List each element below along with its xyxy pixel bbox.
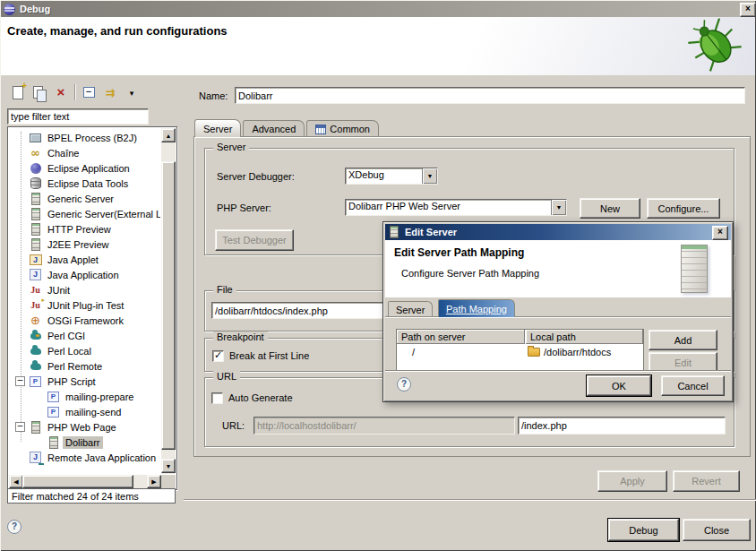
datatools-icon: [29, 177, 42, 190]
scroll-left-icon[interactable]: ◀: [9, 475, 23, 488]
tree-item-label: OSGi Framework: [45, 314, 126, 327]
tree-item-eclipse-application[interactable]: Eclipse Application: [9, 160, 160, 176]
server-icon: [29, 193, 42, 205]
delete-configuration-button[interactable]: [53, 84, 69, 100]
cell-local-path[interactable]: /dolibarr/htdocs: [526, 345, 643, 359]
tree-item-http-preview[interactable]: HTTP Preview: [9, 221, 160, 237]
tree-item-label: PHP Web Page: [45, 421, 119, 434]
cell-path-on-server[interactable]: /: [397, 345, 525, 359]
server-group-title: Server: [213, 142, 249, 152]
dialog-help-button[interactable]: ?: [397, 377, 411, 392]
expander-icon[interactable]: −: [15, 376, 25, 386]
tree-item-java-applet[interactable]: Java Applet: [9, 252, 160, 267]
server-icon: [29, 238, 42, 251]
filter-status: Filter matched 24 of 24 items: [7, 488, 176, 504]
perl-icon: [29, 345, 42, 357]
revert-button[interactable]: Revert: [673, 470, 740, 492]
dialog-tab-server[interactable]: Server: [388, 301, 433, 317]
vertical-scroll-thumb[interactable]: [161, 161, 176, 450]
auto-generate-checkbox[interactable]: [211, 392, 223, 404]
tree-item-generic-server-external-la[interactable]: Generic Server(External La: [9, 206, 160, 221]
name-input[interactable]: [235, 87, 745, 104]
filter-icon: [106, 87, 116, 99]
horizontal-scroll-thumb[interactable]: [22, 475, 133, 488]
tree-item-perl-cgi[interactable]: Perl CGI: [9, 328, 160, 343]
help-button[interactable]: ?: [7, 520, 21, 534]
dialog-tab-path-mapping[interactable]: Path Mapping: [438, 299, 515, 317]
tree-item-mailing-send[interactable]: mailing-send: [9, 404, 160, 419]
tree-item-label: J2EE Preview: [45, 238, 111, 251]
ok-button[interactable]: OK: [587, 375, 651, 396]
eclipse-icon: [4, 4, 15, 15]
tree-item-perl-local[interactable]: Perl Local: [9, 343, 160, 358]
chevron-down-icon[interactable]: ▼: [551, 200, 566, 215]
toolbar-menu-button[interactable]: [124, 84, 140, 100]
tree-item-mailing-prepare[interactable]: mailing-prepare: [9, 389, 160, 404]
applet-icon: [29, 254, 42, 266]
tree-vertical-scrollbar[interactable]: ▲ ▼: [161, 128, 176, 474]
tree-horizontal-scrollbar[interactable]: ◀ ▶: [9, 475, 161, 488]
new-config-icon: [13, 86, 23, 99]
tree-item-java-application[interactable]: Java Application: [9, 267, 160, 282]
break-first-line-checkbox[interactable]: [212, 350, 224, 362]
tree-item-php-script[interactable]: −PHP Script: [9, 374, 160, 389]
filter-configurations-button[interactable]: [102, 84, 118, 100]
url-path-input[interactable]: [518, 417, 726, 435]
filter-input[interactable]: [7, 108, 149, 125]
tab-advanced[interactable]: Advanced: [243, 120, 305, 137]
tree-item-remote-java-application[interactable]: Remote Java Application: [9, 450, 160, 465]
tree-item-php-web-page[interactable]: −PHP Web Page: [9, 419, 160, 435]
window-title: Debug: [20, 4, 50, 14]
configure-button[interactable]: Configure...: [647, 198, 720, 219]
tab-common[interactable]: Common: [306, 120, 379, 137]
dialog-title: Edit Server: [405, 227, 457, 237]
php-server-label: PHP Server:: [217, 202, 271, 213]
scroll-up-icon[interactable]: ▲: [161, 128, 176, 142]
delete-icon: [57, 86, 65, 99]
table-icon: [315, 125, 326, 134]
breakpoint-group-title: Breakpoint: [213, 331, 268, 342]
server-tower-icon: [681, 245, 708, 293]
page-title: Create, manage, and run configurations: [7, 24, 228, 38]
tree-item-osgi-framework[interactable]: OSGi Framework: [9, 313, 160, 328]
collapse-all-button[interactable]: [81, 84, 97, 100]
edit-server-dialog: Edit Server × Edit Server Path Mapping C…: [382, 221, 734, 402]
tree-item-junit-plug-in-test[interactable]: JUnit Plug-in Test: [9, 297, 160, 313]
expander-icon[interactable]: −: [15, 422, 25, 432]
junit-icon: [29, 284, 42, 297]
scroll-down-icon[interactable]: ▼: [161, 459, 176, 473]
tree-item-j2ee-preview[interactable]: J2EE Preview: [9, 237, 160, 252]
tree-item-dolibarr[interactable]: Dolibarr: [9, 435, 160, 450]
tree-item-label: Generic Server(External La: [45, 208, 160, 220]
test-debugger-button[interactable]: Test Debugger: [215, 229, 294, 251]
tree-item-junit[interactable]: JUnit: [9, 282, 160, 297]
dialog-header: Edit Server Path Mapping Configure Serve…: [385, 240, 731, 297]
debug-button[interactable]: Debug: [608, 519, 679, 541]
toolbar-separator: [74, 84, 75, 100]
dialog-close-icon[interactable]: ×: [712, 226, 728, 240]
column-header-path-on-server[interactable]: Path on server: [397, 330, 525, 344]
scroll-right-icon[interactable]: ▶: [147, 475, 161, 488]
tree-item-generic-server[interactable]: Generic Server: [9, 191, 160, 206]
new-server-button[interactable]: New: [580, 198, 640, 219]
php-server-select[interactable]: Dolibarr PHP Web Server ▼: [345, 199, 567, 216]
tab-server[interactable]: Server: [194, 119, 241, 137]
tree-item-eclipse-data-tools[interactable]: Eclipse Data Tools: [9, 176, 160, 191]
tree-item-cha-ne[interactable]: Chaîne: [9, 145, 160, 160]
cancel-button[interactable]: Cancel: [661, 375, 725, 396]
url-label: URL:: [222, 420, 245, 431]
close-icon[interactable]: ×: [740, 3, 756, 17]
server-debugger-select[interactable]: XDebug ▼: [345, 168, 438, 185]
tree-item-bpel-process-b2j[interactable]: BPEL Process (B2J): [9, 130, 160, 145]
apply-button[interactable]: Apply: [597, 470, 667, 492]
tree-item-label: Eclipse Application: [45, 162, 133, 175]
add-button[interactable]: Add: [649, 330, 717, 350]
name-label: Name:: [199, 90, 228, 101]
path-mapping-table: Path on serverLocal path //dolibarr/htdo…: [396, 329, 644, 372]
close-button[interactable]: Close: [683, 519, 751, 541]
chevron-down-icon[interactable]: ▼: [422, 168, 437, 184]
duplicate-configuration-button[interactable]: [31, 84, 47, 100]
column-header-local-path[interactable]: Local path: [526, 330, 643, 344]
new-configuration-button[interactable]: [10, 84, 26, 100]
tree-item-perl-remote[interactable]: Perl Remote: [9, 358, 160, 374]
